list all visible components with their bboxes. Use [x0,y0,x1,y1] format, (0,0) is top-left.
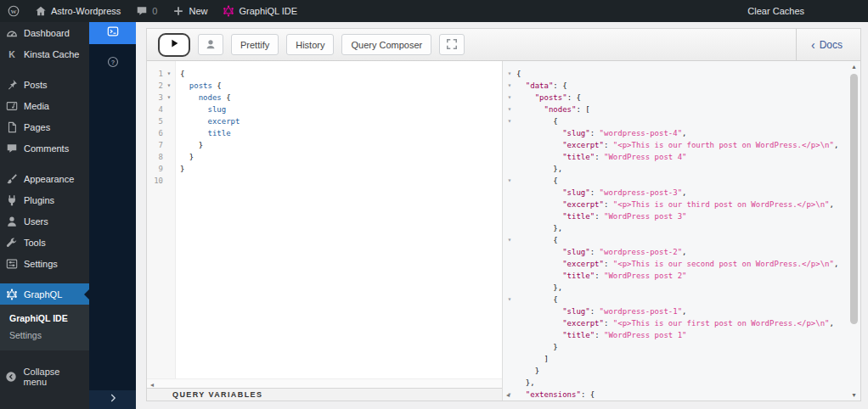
query-variables-header[interactable]: QUERY VARIABLES [147,388,502,401]
editor-line: 7 } [147,139,502,151]
fold-toggle-icon [503,187,516,199]
fold-toggle-icon[interactable]: ▾ [503,175,516,187]
comments-count: 0 [152,6,157,16]
json-text: "title": "WordPress post 1" [516,329,687,341]
json-text: }, [516,377,535,389]
result-line: "excerpt": "<p>This is our fourth post o… [503,139,847,151]
result-line: } [503,341,847,353]
line-number: 2 [147,80,163,92]
sidebar-item-tools[interactable]: Tools [0,232,89,253]
json-text: "posts": { [516,92,581,104]
fold-toggle-icon [503,258,516,270]
sidebar-item-graphql[interactable]: GraphQL [0,283,89,305]
fold-toggle-icon[interactable]: ▾ [503,68,516,80]
submenu-item-graphiql-ide[interactable]: GraphiQL IDE [0,310,89,327]
code-text: } [175,151,194,163]
sidebar-item-settings[interactable]: Settings [0,253,89,274]
json-text: { [516,234,558,246]
graphiql-activity-bar: ? [89,22,136,409]
fold-toggle-icon[interactable]: ▾ [503,92,516,104]
sidebar-item-pages[interactable]: Pages [0,116,89,137]
sidebar-item-comments[interactable]: Comments [0,137,89,159]
result-line: }, [503,377,847,389]
fold-toggle-icon [163,175,175,187]
wp-logo-menu[interactable]: W [0,0,27,22]
code-text: nodes { [175,92,231,104]
graphiql-ide-menu[interactable]: GraphiQL IDE [215,0,305,22]
sidebar-item-label: Posts [24,80,48,90]
docs-button[interactable]: ‹ Docs [796,29,849,60]
fold-toggle-icon [163,104,175,115]
fold-toggle-icon [503,282,516,294]
graphql-submenu: GraphiQL IDESettings [0,305,89,350]
admin-menu-list: DashboardKKinsta CachePostsMediaPagesCom… [0,22,89,305]
site-name-menu[interactable]: Astro-Wordpress [27,0,128,22]
sidebar-item-kinsta-cache[interactable]: KKinsta Cache [0,43,89,64]
fold-toggle-icon [163,151,175,163]
new-content-menu[interactable]: New [165,0,215,22]
json-text: "slug": "wordpress-post-2", [516,246,687,258]
graphiql-session-tab[interactable] [89,22,136,44]
editor-line: 8 } [147,151,502,163]
sidebar-item-label: Comments [24,143,69,154]
sidebar-item-label: Media [24,101,49,111]
line-number: 6 [147,127,163,139]
query-composer-button[interactable]: Query Composer [341,34,431,55]
fold-toggle-icon[interactable]: ▾ [163,80,175,92]
json-text: "title": "WordPress post 3" [516,210,687,222]
fold-toggle-icon[interactable]: ▾ [503,80,516,92]
line-number: 5 [147,115,163,127]
posts-icon [5,78,18,91]
clear-caches-menu[interactable]: Clear Caches [740,0,812,22]
user-avatar-icon [205,38,217,52]
line-number: 7 [147,139,163,151]
collapse-label: Collapse menu [24,367,84,387]
fold-toggle-icon[interactable]: ▾ [503,294,516,305]
sidebar-item-appearance[interactable]: Appearance [0,168,89,189]
fold-toggle-icon[interactable]: ▾ [163,92,175,104]
code-text: posts { [175,80,222,92]
fold-toggle-icon[interactable]: ▾ [163,68,175,80]
fold-toggle-icon[interactable]: ▾ [503,104,516,115]
sidebar-item-media[interactable]: Media [0,95,89,116]
fold-toggle-icon[interactable]: ▾ [503,115,516,127]
fold-toggle-icon [503,246,516,258]
fold-toggle-icon [503,151,516,163]
sidebar-item-plugins[interactable]: Plugins [0,189,89,210]
line-number: 10 [147,175,163,187]
site-name-label: Astro-Wordpress [51,6,121,16]
appearance-icon [5,172,18,185]
result-line: ▾ { [503,115,847,127]
sidebar-item-label: Appearance [24,174,74,184]
fold-toggle-icon[interactable]: ▾ [503,234,516,246]
result-line: ▾ { [503,294,847,305]
sidebar-item-dashboard[interactable]: Dashboard [0,22,89,43]
editor-line: 10 [147,175,502,187]
editor-line: 5 excerpt [147,115,502,127]
comments-menu[interactable]: 0 [128,0,165,22]
line-number: 4 [147,104,163,115]
tools-icon [5,236,18,249]
home-icon [35,5,47,17]
execute-query-button[interactable] [158,33,190,57]
sidebar-item-label: Tools [24,238,46,248]
result-vertical-scrollbar[interactable]: ▴ ▾ [849,63,859,399]
editor-line: 9} [147,163,502,175]
fullscreen-button[interactable] [439,34,465,55]
help-icon: ? [107,56,119,71]
query-editor[interactable]: 1▾{2▾ posts {3▾ nodes {4 slug5 excerpt6 … [147,61,502,401]
sidebar-item-users[interactable]: Users [0,210,89,232]
scrollbar-thumb[interactable] [850,74,858,324]
collapse-menu-button[interactable]: Collapse menu [0,361,89,392]
submenu-item-settings[interactable]: Settings [0,327,89,344]
prettify-button[interactable]: Prettify [231,34,279,55]
activity-bar-toggle[interactable] [89,390,136,409]
sidebar-item-posts[interactable]: Posts [0,74,89,95]
auth-avatar-button[interactable] [198,34,223,55]
sidebar-item-label: Pages [24,122,50,132]
history-button[interactable]: History [286,34,334,55]
graphql-icon [5,288,18,300]
fold-toggle-icon [503,127,516,139]
json-text: "excerpt": "<p>This is our first post on… [516,317,834,329]
help-button[interactable]: ? [89,56,136,71]
